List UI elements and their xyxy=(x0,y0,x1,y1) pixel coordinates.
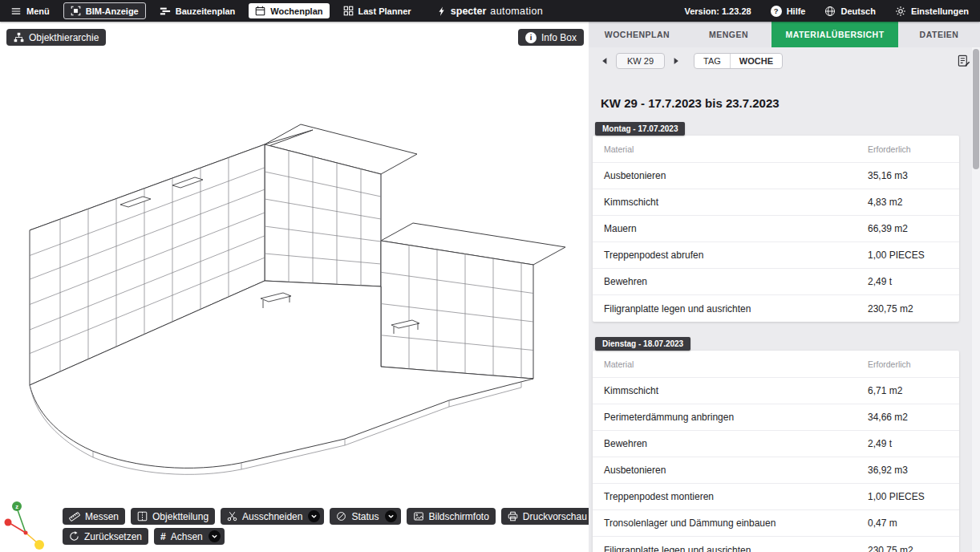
report-button[interactable] xyxy=(958,55,970,67)
reset-icon xyxy=(69,531,79,542)
next-week-button[interactable] xyxy=(670,57,682,65)
required-cell: 36,92 m3 xyxy=(868,465,948,476)
bildschirmfoto-button[interactable]: Bildschirmfoto xyxy=(407,508,496,525)
language-label: Deutsch xyxy=(840,6,875,16)
orientation-gizmo[interactable]: z xyxy=(2,496,50,552)
wochenplan-label: Wochenplan xyxy=(270,6,322,16)
table-row: Tronsolenlager und Dämmung einbauen0,47 … xyxy=(593,510,959,537)
messen-button[interactable]: Messen xyxy=(63,508,125,525)
ausschneiden-dropdown-button[interactable] xyxy=(308,510,320,522)
material-table: Material Erforderlich Ausbetonieren35,16… xyxy=(593,136,959,322)
split-square-icon xyxy=(137,511,148,522)
bim-anzeige-label: BIM-Anzeige xyxy=(86,6,139,16)
tab-mengen[interactable]: MENGEN xyxy=(686,22,771,47)
scrollbar-track[interactable] xyxy=(972,47,980,552)
panel-tabs: WOCHENPLAN MENGEN MATERIALÜBERSICHT DATE… xyxy=(589,22,980,47)
table-header-row: Material Erforderlich xyxy=(593,351,959,378)
info-box-label: Info Box xyxy=(541,32,577,43)
table-header-row: Material Erforderlich xyxy=(593,136,959,163)
menu-button[interactable]: Menü xyxy=(10,6,50,17)
druckvorschau-label: Druckvorschau xyxy=(523,511,587,522)
toggle-tag[interactable]: TAG xyxy=(695,54,730,68)
chevron-down-icon xyxy=(310,513,318,520)
brand-name-bold: specter xyxy=(451,6,486,17)
ausschneiden-button[interactable]: Ausschneiden xyxy=(221,508,324,525)
calendar-icon xyxy=(255,6,265,16)
topbar: Menü BIM-Anzeige Bauzeitenplan Wochenpla… xyxy=(0,0,980,22)
status-label: Status xyxy=(351,511,379,522)
wochenplan-button[interactable]: Wochenplan xyxy=(249,3,329,18)
tab-wochenplan[interactable]: WOCHENPLAN xyxy=(589,22,686,47)
lightning-icon xyxy=(437,6,447,17)
objektteilung-button[interactable]: Objektteilung xyxy=(131,508,215,525)
week-range-title: KW 29 - 17.7.2023 bis 23.7.2023 xyxy=(601,96,959,110)
hilfe-label: Hilfe xyxy=(787,6,806,16)
day-badge: Montag - 17.07.2023 xyxy=(595,122,685,136)
brand-logo: specter automation xyxy=(437,0,543,22)
objekthierarchie-button[interactable]: Objekthierarchie xyxy=(6,29,106,46)
day-week-toggle: TAG WOCHE xyxy=(694,53,783,69)
day-section-montag: Montag - 17.07.2023 Material Erforderlic… xyxy=(593,120,959,322)
toggle-woche[interactable]: WOCHE xyxy=(730,54,782,68)
info-box-button[interactable]: i Info Box xyxy=(518,29,584,46)
last-planner-label: Last Planner xyxy=(358,6,411,16)
material-cell: Mauern xyxy=(604,223,868,234)
last-planner-button[interactable]: Last Planner xyxy=(343,6,411,16)
required-cell: 2,49 t xyxy=(868,438,948,449)
bauzeitenplan-button[interactable]: Bauzeitenplan xyxy=(160,6,236,17)
viewer-toolbar-row2: Zurücksetzen # Achsen xyxy=(63,528,225,545)
hilfe-button[interactable]: ? Hilfe xyxy=(771,6,806,17)
druckvorschau-button[interactable]: Druckvorschau xyxy=(501,508,589,525)
side-panel: WOCHENPLAN MENGEN MATERIALÜBERSICHT DATE… xyxy=(589,22,980,552)
bim-model[interactable] xyxy=(0,22,589,552)
bauzeitenplan-label: Bauzeitenplan xyxy=(176,6,236,16)
bim-viewer[interactable]: Objekthierarchie i Info Box z Messen Obj… xyxy=(0,22,589,552)
table-row: Treppenpodest montieren1,00 PIECES xyxy=(593,484,959,510)
chevron-down-icon xyxy=(211,533,218,540)
required-cell: 6,71 m2 xyxy=(868,385,948,396)
material-cell: Kimmschicht xyxy=(604,385,868,396)
status-button[interactable]: Status xyxy=(330,508,400,525)
zuruecksetzen-button[interactable]: Zurücksetzen xyxy=(63,528,148,545)
table-row: Bewehren2,49 t xyxy=(593,431,959,457)
achsen-button[interactable]: # Achsen xyxy=(154,528,225,545)
prev-week-button[interactable] xyxy=(598,57,611,65)
material-cell: Filigranplatte legen und ausrichten xyxy=(604,545,868,552)
status-dropdown-button[interactable] xyxy=(385,510,397,522)
tab-dateien[interactable]: DATEIEN xyxy=(898,22,980,47)
day-section-dienstag: Dienstag - 18.07.2023 Material Erforderl… xyxy=(593,335,959,552)
grid-icon xyxy=(343,6,354,16)
bim-anzeige-button[interactable]: BIM-Anzeige xyxy=(63,2,146,19)
material-cell: Tronsolenlager und Dämmung einbauen xyxy=(604,518,868,529)
table-row: Perimeterdämmung anbringen34,66 m2 xyxy=(593,404,959,431)
material-cell: Filigranplatte legen und ausrichten xyxy=(604,303,868,315)
note-pencil-icon xyxy=(958,55,970,67)
required-cell: 34,66 m2 xyxy=(868,412,948,423)
bildschirmfoto-label: Bildschirmfoto xyxy=(429,511,489,522)
week-selector[interactable]: KW 29 xyxy=(616,53,665,69)
material-cell: Ausbetonieren xyxy=(604,170,868,181)
help-icon: ? xyxy=(771,6,782,17)
material-table: Material Erforderlich Kimmschicht6,71 m2… xyxy=(593,351,959,552)
material-overview-scroll[interactable]: KW 29 - 17.7.2023 bis 23.7.2023 Montag -… xyxy=(589,75,972,552)
day-badge: Dienstag - 18.07.2023 xyxy=(595,337,690,351)
required-cell: 1,00 PIECES xyxy=(868,491,948,502)
menu-label: Menü xyxy=(26,6,50,16)
language-button[interactable]: Deutsch xyxy=(824,6,875,17)
objekthierarchie-label: Objekthierarchie xyxy=(29,32,99,43)
status-circle-icon xyxy=(336,511,346,522)
info-icon: i xyxy=(525,32,537,43)
einstellungen-button[interactable]: Einstellungen xyxy=(895,6,969,17)
einstellungen-label: Einstellungen xyxy=(911,6,969,16)
required-cell: 230,75 m2 xyxy=(868,545,948,552)
printer-icon xyxy=(508,511,518,522)
ausschneiden-label: Ausschneiden xyxy=(242,511,302,522)
material-cell: Kimmschicht xyxy=(604,197,868,208)
material-cell: Treppenpodest abrufen xyxy=(604,250,868,261)
table-row: Ausbetonieren36,92 m3 xyxy=(593,457,959,484)
screenshot-icon xyxy=(413,511,424,522)
material-cell: Treppenpodest montieren xyxy=(604,491,868,502)
achsen-dropdown-button[interactable] xyxy=(209,530,221,542)
scrollbar-thumb[interactable] xyxy=(973,49,979,169)
tab-materialuebersicht[interactable]: MATERIALÜBERSICHT xyxy=(771,22,898,47)
